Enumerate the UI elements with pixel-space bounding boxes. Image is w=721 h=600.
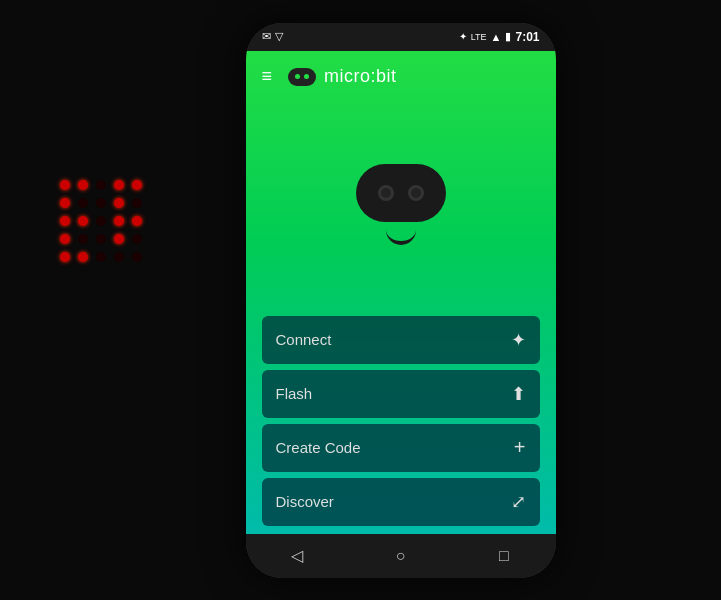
led-matrix xyxy=(60,180,146,266)
led-dot-23 xyxy=(114,252,124,262)
led-dot-14 xyxy=(132,216,142,226)
app-screen: ≡ micro:bit Connect xyxy=(246,51,556,534)
signal-icon: ▲ xyxy=(491,31,502,43)
led-dot-2 xyxy=(96,180,106,190)
led-dot-22 xyxy=(96,252,106,262)
connect-label: Connect xyxy=(276,331,332,348)
bottom-nav: ◁ ○ □ xyxy=(246,534,556,578)
status-bar-left: ✉ ▽ xyxy=(262,30,283,43)
menu-area: Connect ✦ Flash ⬆ Create Code + Discover… xyxy=(246,316,556,534)
battery-icon: ▮ xyxy=(505,30,511,43)
led-dot-13 xyxy=(114,216,124,226)
led-dot-15 xyxy=(60,234,70,244)
status-bar: ✉ ▽ ✦ LTE ▲ ▮ 7:01 xyxy=(246,23,556,51)
notification-icon: ▽ xyxy=(275,30,283,43)
app-title: micro:bit xyxy=(324,66,397,87)
status-time: 7:01 xyxy=(515,30,539,44)
led-dot-9 xyxy=(132,198,142,208)
robot-eye-left xyxy=(378,185,394,201)
discover-label: Discover xyxy=(276,493,334,510)
logo-eye-right xyxy=(304,74,309,79)
led-dot-16 xyxy=(78,234,88,244)
led-dot-1 xyxy=(78,180,88,190)
recents-icon: □ xyxy=(499,547,509,565)
app-logo: micro:bit xyxy=(288,66,397,87)
led-dot-21 xyxy=(78,252,88,262)
robot-smile xyxy=(386,230,416,245)
email-icon: ✉ xyxy=(262,30,271,43)
robot-eye-right xyxy=(408,185,424,201)
discover-icon: ⤢ xyxy=(511,491,526,513)
led-dot-3 xyxy=(114,180,124,190)
phone-shell: ✉ ▽ ✦ LTE ▲ ▮ 7:01 ≡ micro:bit xyxy=(246,23,556,578)
robot-head xyxy=(356,164,446,222)
home-icon: ○ xyxy=(396,547,406,565)
back-button[interactable]: ◁ xyxy=(277,536,317,576)
led-dot-18 xyxy=(114,234,124,244)
led-dot-20 xyxy=(60,252,70,262)
led-dot-24 xyxy=(132,252,142,262)
hamburger-menu-icon[interactable]: ≡ xyxy=(262,66,273,87)
connect-icon: ✦ xyxy=(511,329,526,351)
create-code-icon: + xyxy=(514,436,526,459)
led-dot-5 xyxy=(60,198,70,208)
app-toolbar: ≡ micro:bit xyxy=(246,51,556,103)
create-code-label: Create Code xyxy=(276,439,361,456)
create-code-button[interactable]: Create Code + xyxy=(262,424,540,472)
flash-label: Flash xyxy=(276,385,313,402)
bluetooth-icon: ✦ xyxy=(459,31,467,42)
home-button[interactable]: ○ xyxy=(380,536,420,576)
robot-area xyxy=(246,103,556,316)
logo-eye-left xyxy=(295,74,300,79)
flash-icon: ⬆ xyxy=(511,383,526,405)
led-dot-4 xyxy=(132,180,142,190)
led-dot-0 xyxy=(60,180,70,190)
recents-button[interactable]: □ xyxy=(484,536,524,576)
status-bar-right: ✦ LTE ▲ ▮ 7:01 xyxy=(459,30,540,44)
led-dot-11 xyxy=(78,216,88,226)
logo-icon xyxy=(288,68,316,86)
led-dot-7 xyxy=(96,198,106,208)
lte-icon: LTE xyxy=(471,32,487,42)
led-dot-8 xyxy=(114,198,124,208)
flash-button[interactable]: Flash ⬆ xyxy=(262,370,540,418)
back-icon: ◁ xyxy=(291,546,303,565)
connect-button[interactable]: Connect ✦ xyxy=(262,316,540,364)
led-dot-10 xyxy=(60,216,70,226)
discover-button[interactable]: Discover ⤢ xyxy=(262,478,540,526)
led-dot-19 xyxy=(132,234,142,244)
robot-face xyxy=(356,164,446,245)
led-dot-6 xyxy=(78,198,88,208)
led-dot-17 xyxy=(96,234,106,244)
led-dot-12 xyxy=(96,216,106,226)
